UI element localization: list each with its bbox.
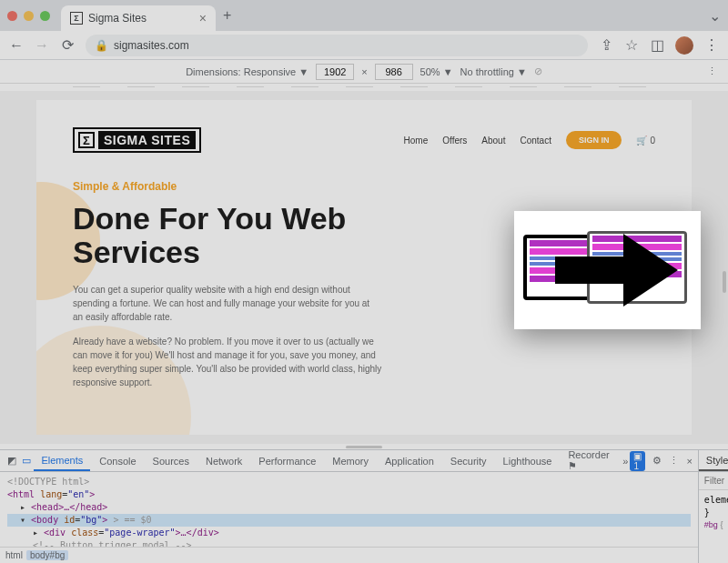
source-line[interactable]: ▸ <div class="page-wraper">…</div> bbox=[7, 527, 691, 539]
viewport-resize-handle[interactable] bbox=[723, 271, 726, 293]
bookmark-icon[interactable]: ☆ bbox=[624, 38, 639, 53]
maximize-window-icon[interactable] bbox=[40, 11, 50, 21]
forward-button[interactable]: → bbox=[35, 38, 49, 53]
cart-count: 0 bbox=[650, 136, 655, 146]
url-input[interactable]: 🔒 sigmasites.com bbox=[86, 35, 588, 56]
favicon-icon: Σ bbox=[70, 12, 83, 25]
cart-button[interactable]: 🛒 0 bbox=[636, 136, 655, 146]
site-header: Σ SIGMA SITES Home Offers About Contact … bbox=[73, 127, 655, 153]
styles-filter-row: :hov .cls + ▦ ⋮ bbox=[699, 472, 728, 490]
source-line-selected[interactable]: ▾ <body id="bg"> > == $0 bbox=[7, 514, 691, 527]
dimensions-dropdown[interactable]: Dimensions: Responsive ▼ bbox=[186, 66, 308, 77]
nav-link-about[interactable]: About bbox=[481, 136, 505, 146]
tab-memory[interactable]: Memory bbox=[325, 450, 376, 471]
cart-icon: 🛒 bbox=[636, 136, 647, 146]
lock-icon: 🔒 bbox=[95, 39, 108, 52]
tab-sources[interactable]: Sources bbox=[146, 450, 197, 471]
browser-tab-strip: Σ Sigma Sites × + ⌄ bbox=[0, 0, 728, 31]
browser-tab[interactable]: Σ Sigma Sites × bbox=[61, 5, 216, 31]
issues-badge[interactable]: ▣ 1 bbox=[630, 451, 645, 471]
close-tab-icon[interactable]: × bbox=[199, 11, 207, 25]
throttling-dropdown[interactable]: No throttling ▼ bbox=[460, 66, 527, 77]
close-window-icon[interactable] bbox=[7, 11, 17, 21]
tab-security[interactable]: Security bbox=[443, 450, 494, 471]
hero-kicker: Simple & Affordable bbox=[73, 180, 382, 193]
share-icon[interactable]: ⇪ bbox=[599, 38, 613, 53]
source-line[interactable]: <!DOCTYPE html> bbox=[7, 476, 691, 488]
devtools-tabs: ◩ ▭ Elements Console Sources Network Per… bbox=[0, 450, 698, 472]
device-toolbar: Dimensions: Responsive ▼ × 50% ▼ No thro… bbox=[0, 60, 728, 84]
address-bar: ← → ⟳ 🔒 sigmasites.com ⇪ ☆ ◫ ⋮ bbox=[0, 31, 728, 60]
profile-avatar[interactable] bbox=[675, 36, 693, 55]
devtools-sidebar: Styles Computed Layout Event Listeners »… bbox=[699, 450, 728, 563]
tab-overflow-icon[interactable]: ⌄ bbox=[709, 7, 721, 25]
tab-styles[interactable]: Styles bbox=[699, 450, 728, 471]
logo-text: SIGMA SITES bbox=[98, 131, 196, 149]
source-line[interactable]: <html lang="en"> bbox=[7, 488, 691, 501]
hero-paragraph: You can get a superior quality website w… bbox=[73, 283, 382, 324]
hero-headline: Done For You Web Services bbox=[73, 202, 382, 270]
minimize-window-icon[interactable] bbox=[24, 11, 34, 21]
reload-button[interactable]: ⟳ bbox=[60, 38, 75, 53]
styles-tabs: Styles Computed Layout Event Listeners » bbox=[699, 450, 728, 472]
overlay-graphic bbox=[514, 211, 701, 329]
extensions-icon[interactable]: ◫ bbox=[650, 38, 664, 53]
styles-panel[interactable]: element.style { } #bg { _setting.scss:11… bbox=[699, 490, 728, 563]
devtools-main: ◩ ▭ Elements Console Sources Network Per… bbox=[0, 450, 699, 563]
tab-network[interactable]: Network bbox=[198, 450, 249, 471]
devtools-panel: ◩ ▭ Elements Console Sources Network Per… bbox=[0, 449, 728, 563]
zoom-dropdown[interactable]: 50% ▼ bbox=[420, 66, 453, 77]
tab-elements[interactable]: Elements bbox=[34, 450, 90, 471]
inline-style-rule: } bbox=[704, 507, 728, 519]
site-logo[interactable]: Σ SIGMA SITES bbox=[73, 127, 201, 153]
tab-performance[interactable]: Performance bbox=[251, 450, 323, 471]
nav-link-contact[interactable]: Contact bbox=[520, 136, 551, 146]
site-nav: Home Offers About Contact SIGN IN 🛒 0 bbox=[404, 131, 655, 149]
styles-filter-input[interactable] bbox=[704, 476, 728, 486]
devtools-menu-icon[interactable]: ⋮ bbox=[669, 455, 679, 467]
url-text: sigmasites.com bbox=[114, 39, 189, 52]
css-declaration[interactable]: background-attachment: fixed; bbox=[704, 531, 728, 544]
sign-in-button[interactable]: SIGN IN bbox=[566, 131, 622, 149]
source-line[interactable]: <!-- Button trigger modal --> bbox=[7, 539, 691, 547]
rotate-icon[interactable]: ⊘ bbox=[534, 65, 542, 77]
crumb-html[interactable]: html bbox=[5, 550, 23, 560]
inline-style-rule[interactable]: element.style { bbox=[704, 494, 728, 507]
hero-paragraph: Already have a website? No problem. If y… bbox=[73, 335, 382, 389]
device-height-input[interactable] bbox=[375, 64, 413, 80]
rule-header: #bg { _setting.scss:11 bbox=[704, 519, 728, 531]
device-width-input[interactable] bbox=[316, 64, 354, 80]
source-line[interactable]: ▸ <head>…</head> bbox=[7, 501, 691, 514]
nav-link-offers[interactable]: Offers bbox=[442, 136, 467, 146]
back-button[interactable]: ← bbox=[9, 38, 24, 53]
tab-application[interactable]: Application bbox=[378, 450, 441, 471]
css-declaration[interactable]: background-size: cover; bbox=[704, 544, 728, 557]
inspect-icon[interactable]: ◩ bbox=[5, 454, 18, 468]
tabs-overflow-icon[interactable]: » bbox=[622, 456, 628, 467]
hero-section: Simple & Affordable Done For You Web Ser… bbox=[73, 180, 382, 389]
arrow-right-icon bbox=[546, 225, 682, 316]
tab-lighthouse[interactable]: Lighthouse bbox=[496, 450, 560, 471]
new-tab-button[interactable]: + bbox=[223, 7, 231, 24]
dimension-separator: × bbox=[361, 66, 367, 77]
tab-recorder[interactable]: Recorder ⚑ bbox=[561, 450, 621, 471]
window-controls bbox=[7, 11, 50, 21]
elements-tree[interactable]: <!DOCTYPE html> <html lang="en"> ▸ <head… bbox=[0, 472, 698, 547]
browser-menu-icon[interactable]: ⋮ bbox=[704, 38, 719, 53]
crumb-body[interactable]: body#bg bbox=[26, 550, 68, 560]
tab-title: Sigma Sites bbox=[88, 12, 147, 25]
viewport-ruler bbox=[0, 84, 728, 91]
breadcrumb: html body#bg bbox=[0, 547, 698, 563]
device-toolbar-menu-icon[interactable]: ⋮ bbox=[707, 65, 717, 77]
device-toggle-icon[interactable]: ▭ bbox=[20, 454, 33, 468]
close-devtools-icon[interactable]: × bbox=[686, 456, 692, 467]
tab-console[interactable]: Console bbox=[92, 450, 143, 471]
settings-icon[interactable]: ⚙ bbox=[652, 455, 662, 467]
nav-link-home[interactable]: Home bbox=[404, 136, 429, 146]
sigma-icon: Σ bbox=[78, 132, 95, 148]
